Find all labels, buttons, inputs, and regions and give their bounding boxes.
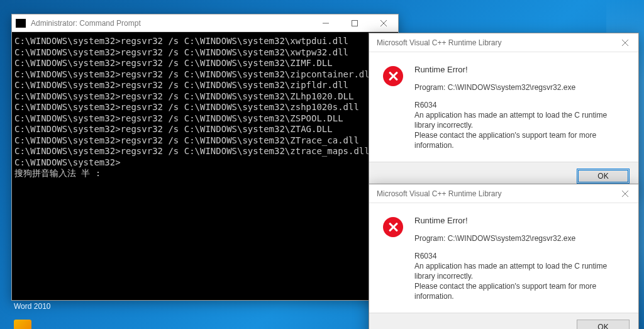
cmd-line: C:\WINDOWS\system32>regsvr32 /s C:\WINDO…: [14, 80, 396, 91]
cmd-line: C:\WINDOWS\system32>regsvr32 /s C:\WINDO…: [14, 146, 396, 157]
window-controls: [311, 14, 398, 32]
error-icon: [383, 217, 403, 237]
cmd-icon: [16, 19, 26, 28]
dialog-close-button[interactable]: [612, 33, 638, 52]
taskbar-app-icon[interactable]: [14, 320, 31, 329]
error-header: Runtime Error!: [414, 65, 625, 75]
cmd-line: C:\WINDOWS\system32>regsvr32 /s C:\WINDO…: [14, 36, 396, 47]
cmd-line: C:\WINDOWS\system32>regsvr32 /s C:\WINDO…: [14, 58, 396, 69]
dialog-footer: OK: [369, 313, 638, 329]
close-button[interactable]: [369, 14, 398, 32]
dialog-title: Microsoft Visual C++ Runtime Library: [377, 38, 633, 47]
cmd-line: C:\WINDOWS\system32>regsvr32 /s C:\WINDO…: [14, 47, 396, 59]
error-dialog-1: Microsoft Visual C++ Runtime Library Run…: [369, 33, 639, 191]
cmd-title: Administrator: Command Prompt: [31, 19, 141, 28]
error-header: Runtime Error!: [414, 216, 625, 226]
cmd-line: C:\WINDOWS\system32>regsvr32 /s C:\WINDO…: [14, 91, 396, 103]
error-message-1: An application has made an attempt to lo…: [414, 261, 625, 281]
cmd-line: C:\WINDOWS\system32>regsvr32 /s C:\WINDO…: [14, 124, 396, 135]
cmd-line: C:\WINDOWS\system32>regsvr32 /s C:\WINDO…: [14, 135, 396, 147]
error-message-2: Please contact the application's support…: [414, 281, 625, 301]
dialog-titlebar[interactable]: Microsoft Visual C++ Runtime Library: [369, 33, 638, 52]
cmd-line: C:\WINDOWS\system32>: [14, 157, 396, 169]
maximize-button[interactable]: [340, 14, 369, 32]
dialog-title: Microsoft Visual C++ Runtime Library: [377, 189, 633, 198]
error-program: Program: C:\WINDOWS\system32\regsvr32.ex…: [414, 233, 625, 243]
dialog-text: Runtime Error! Program: C:\WINDOWS\syste…: [414, 65, 625, 150]
error-code: R6034: [414, 100, 625, 110]
svg-rect-1: [352, 21, 358, 26]
error-code: R6034: [414, 251, 625, 261]
cmd-line: C:\WINDOWS\system32>regsvr32 /s C:\WINDO…: [14, 113, 396, 125]
dialog-titlebar[interactable]: Microsoft Visual C++ Runtime Library: [369, 184, 638, 203]
error-dialog-2: Microsoft Visual C++ Runtime Library Run…: [369, 184, 639, 329]
dialog-close-button[interactable]: [612, 184, 638, 203]
error-program: Program: C:\WINDOWS\system32\regsvr32.ex…: [414, 82, 625, 92]
cmd-line: C:\WINDOWS\system32>regsvr32 /s C:\WINDO…: [14, 69, 396, 81]
cmd-line: C:\WINDOWS\system32>regsvr32 /s C:\WINDO…: [14, 102, 396, 113]
caption-label: Word 2010: [14, 302, 50, 311]
cmd-output-area[interactable]: C:\WINDOWS\system32>regsvr32 /s C:\WINDO…: [12, 32, 398, 300]
ok-button[interactable]: OK: [577, 169, 630, 184]
cmd-titlebar[interactable]: Administrator: Command Prompt: [12, 14, 398, 32]
cmd-line: 搜狗拼音输入法 半 :: [14, 168, 396, 179]
command-prompt-window: Administrator: Command Prompt C:\WINDOWS…: [11, 14, 399, 301]
error-icon: [383, 66, 403, 86]
dialog-body: Runtime Error! Program: C:\WINDOWS\syste…: [369, 52, 638, 162]
ok-button[interactable]: OK: [577, 320, 630, 329]
minimize-button[interactable]: [311, 14, 340, 32]
dialog-text: Runtime Error! Program: C:\WINDOWS\syste…: [414, 216, 625, 301]
error-message-1: An application has made an attempt to lo…: [414, 110, 625, 130]
dialog-body: Runtime Error! Program: C:\WINDOWS\syste…: [369, 203, 638, 313]
error-message-2: Please contact the application's support…: [414, 130, 625, 150]
